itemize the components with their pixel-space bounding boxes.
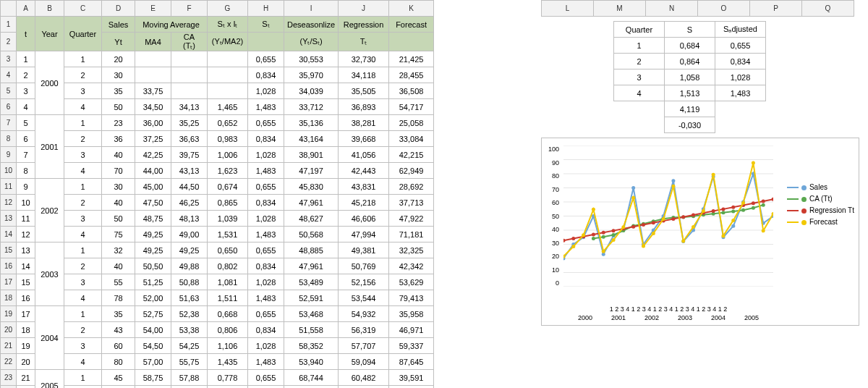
svg-point-67 (721, 207, 725, 211)
svg-point-83 (662, 217, 665, 221)
svg-point-50 (762, 203, 765, 207)
plot-area (563, 146, 773, 287)
svg-point-64 (692, 213, 695, 216)
col-header[interactable]: N (646, 1, 698, 17)
svg-point-75 (582, 233, 585, 237)
svg-point-68 (731, 206, 735, 209)
col-header[interactable]: F (171, 1, 208, 17)
col-header[interactable]: C (64, 1, 102, 17)
col-header[interactable]: Q (802, 1, 854, 17)
data-row[interactable]: 24222500,83459,95161,86951,600 (1, 386, 434, 389)
data-row[interactable]: 119200213045,0044,500,6740,65545,83043,8… (1, 179, 434, 195)
svg-point-51 (563, 239, 566, 242)
svg-point-33 (592, 237, 595, 240)
svg-point-71 (762, 200, 765, 203)
data-row[interactable]: 222048057,0055,751,4351,48353,94059,0948… (1, 354, 434, 370)
svg-point-80 (631, 196, 635, 200)
seasonal-table[interactable]: QuarterSSₐdjusted10,6840,65520,8640,8343… (613, 21, 766, 133)
svg-point-79 (621, 225, 625, 229)
svg-point-77 (602, 250, 605, 253)
svg-point-63 (681, 215, 685, 219)
data-row[interactable]: 3120001200,65530,55332,73021,425 (1, 51, 434, 67)
data-row[interactable]: 5333533,751,02834,03935,50536,508 (1, 83, 434, 99)
svg-point-54 (592, 233, 595, 237)
main-spreadsheet[interactable]: ABCDEFGHIJK1 tYearQuarter SalesMoving Av… (0, 0, 434, 388)
svg-point-62 (671, 217, 675, 221)
svg-point-82 (652, 232, 655, 235)
data-row[interactable]: 8623637,2536,630,9830,83443,16439,66833,… (1, 131, 434, 147)
col-header[interactable]: B (35, 1, 64, 17)
col-header[interactable]: L (542, 1, 594, 17)
svg-point-28 (731, 224, 735, 228)
svg-point-72 (772, 198, 774, 201)
data-row[interactable]: 422300,83435,97034,11828,455 (1, 67, 434, 83)
svg-point-59 (642, 223, 645, 227)
svg-point-35 (612, 233, 616, 237)
data-row[interactable]: 201824354,0053,380,8060,83451,55856,3194… (1, 322, 434, 338)
data-row[interactable]: 211936054,5054,251,1061,02858,35257,7075… (1, 338, 434, 354)
x-axis: 1 2 3 4 1 2 3 4 1 2 3 4 1 2 3 4 1 2 3 4 … (563, 305, 773, 322)
svg-point-81 (642, 245, 645, 248)
col-header[interactable]: P (750, 1, 802, 17)
data-row[interactable]: 171535551,2550,881,0811,02853,48952,1565… (1, 274, 434, 290)
column-headers-right: LMNOPQ (541, 0, 854, 17)
data-row[interactable]: 6445034,5034,131,4651,48333,71236,89354,… (1, 99, 434, 115)
svg-point-22 (671, 179, 675, 182)
svg-point-84 (671, 185, 675, 188)
svg-point-34 (602, 235, 605, 239)
data-row[interactable]: 181647852,0051,631,5111,48352,59153,5447… (1, 290, 434, 306)
svg-point-46 (721, 211, 725, 214)
chart[interactable]: 1009080706050403020100 SalesCA (Tt)Regre… (541, 138, 859, 326)
data-row[interactable]: 1513200313249,2549,250,6500,65548,88549,… (1, 242, 434, 258)
legend: SalesCA (Tt)Regression TtForecast (787, 182, 854, 228)
svg-point-88 (712, 173, 715, 177)
col-header[interactable]: J (339, 1, 389, 17)
data-row[interactable]: 141247549,2549,001,5311,48350,56847,9947… (1, 227, 434, 242)
svg-point-92 (752, 161, 755, 165)
col-header[interactable]: E (135, 1, 171, 17)
svg-point-89 (721, 234, 725, 237)
svg-point-85 (681, 239, 685, 242)
svg-point-91 (741, 201, 745, 205)
col-header[interactable]: I (284, 1, 339, 17)
col-header[interactable]: K (389, 1, 434, 17)
col-header[interactable]: O (698, 1, 750, 17)
data-row[interactable]: 9734042,2539,751,0061,02838,90141,05642,… (1, 147, 434, 163)
svg-point-87 (702, 209, 705, 213)
svg-point-90 (731, 219, 735, 222)
svg-point-48 (741, 208, 745, 212)
data-row[interactable]: 1917200413552,7552,380,6680,65553,46854,… (1, 306, 434, 322)
col-header[interactable]: H (248, 1, 284, 17)
data-row[interactable]: 2321200514558,7557,880,7780,65568,74460,… (1, 370, 434, 386)
col-header[interactable]: M (594, 1, 646, 17)
svg-point-56 (612, 229, 616, 232)
data-row[interactable]: 161424050,5049,880,8020,83447,96150,7694… (1, 258, 434, 274)
svg-point-74 (571, 245, 575, 248)
svg-point-60 (652, 221, 655, 224)
svg-point-52 (571, 237, 575, 240)
svg-point-18 (631, 186, 635, 190)
data-row[interactable]: 75200112336,0035,250,6520,65535,13638,28… (1, 115, 434, 131)
svg-point-78 (612, 238, 616, 242)
data-row[interactable]: 121024047,5046,250,8650,83447,96145,2183… (1, 195, 434, 211)
svg-point-86 (692, 225, 695, 229)
col-header[interactable]: G (208, 1, 248, 17)
svg-point-76 (592, 208, 595, 211)
svg-point-55 (602, 231, 605, 235)
svg-point-58 (631, 225, 635, 229)
col-header[interactable]: D (102, 1, 135, 17)
col-header[interactable]: A (17, 1, 35, 17)
data-row[interactable]: 10847044,0043,131,6231,48347,19742,44362… (1, 163, 434, 179)
y-axis: 1009080706050403020100 (545, 146, 559, 287)
svg-point-93 (762, 229, 765, 232)
svg-point-70 (752, 201, 755, 205)
data-row[interactable]: 131135048,7548,131,0391,02848,62746,6064… (1, 211, 434, 227)
svg-point-66 (712, 209, 715, 213)
svg-point-47 (731, 209, 735, 213)
svg-point-49 (752, 206, 755, 210)
